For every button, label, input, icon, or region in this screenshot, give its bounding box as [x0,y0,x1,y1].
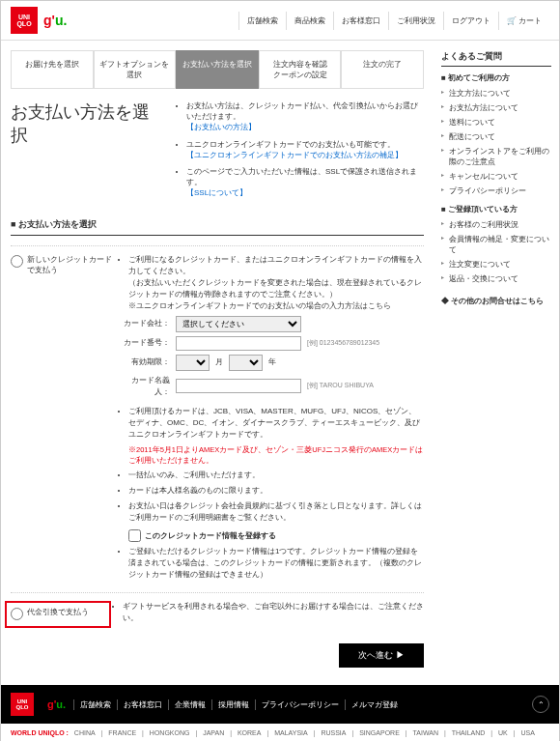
world-france[interactable]: FRANCE [104,729,140,736]
nav-2[interactable]: お客様窓口 [333,12,388,30]
giftcard-link[interactable]: ユニクロオンラインギフトカード [128,430,244,439]
nav-1[interactable]: 商品検索 [286,12,333,30]
footer-link-5[interactable]: メルマガ登録 [345,699,404,710]
select-exp-month[interactable] [176,355,210,371]
label-name: カード名義人： [117,375,170,398]
footer-uniqlo-logo[interactable]: UNIQLO [11,693,34,716]
faq-item[interactable]: 注文方法について [441,86,551,100]
faq-cat-1: ■ 初めてご利用の方 [441,72,551,83]
faq-item[interactable]: 注文変更について [441,257,551,271]
world-uk[interactable]: UK [494,729,512,736]
footer-link-2[interactable]: 企業情報 [168,699,211,710]
world-japan[interactable]: JAPAN [199,729,228,736]
world-hongkong[interactable]: HONGKONG [146,729,194,736]
header-nav: 店舗検索商品検索お客様窓口ご利用状況ログアウト🛒 カート [238,12,549,30]
faq-item[interactable]: 会員情報の補足・変更について [441,232,551,257]
pay-option-cod[interactable]: 代金引換で支払う [11,607,105,620]
cc-cards-note: ご利用頂けるカードは、JCB、VISA、MASTER、MUFG、UFJ、NICO… [128,406,424,441]
world-malaysia[interactable]: MALAYSIA [270,729,312,736]
world-russia[interactable]: RUSSIA [317,729,350,736]
faq-item[interactable]: 送料について [441,115,551,129]
faq-item[interactable]: キャンセルについて [441,169,551,184]
input-card-number[interactable] [176,336,301,351]
checkbox-save-card-label: このクレジットカード情報を登録する [145,530,276,542]
next-button[interactable]: 次へ進む ▶ [339,643,424,668]
hint-number: [例] 0123456789012345 [307,338,379,349]
section-header: ■ お支払い方法を選択 [11,214,424,236]
nav-3[interactable]: ご利用状況 [388,12,443,30]
cc-note-2: 一括払いのみ、ご利用いただけます。 [128,470,424,481]
label-number: カード番号： [117,337,170,349]
info-link-0[interactable]: 【お支払いの方法】 [186,123,256,131]
cc-intro-link[interactable]: こちら [368,301,391,310]
info-link-1[interactable]: 【ユニクロオンラインギフトカードでのお支払い方法の補足】 [186,151,403,159]
world-singapore[interactable]: SINGAPORE [355,729,404,736]
faq-other[interactable]: ◆ その他のお問合せはこちら [441,296,551,306]
pay-option-creditcard[interactable]: 新しいクレジットカードで支払う [11,254,117,585]
world-thailand[interactable]: THAILAND [448,729,490,736]
select-exp-year[interactable] [229,355,263,371]
footer-link-1[interactable]: お客様窓口 [117,699,168,710]
step-3: 注文内容を確認 クーポンの設定 [259,50,342,89]
cc-note-3: カードは本人様名義のものに限ります。 [128,485,424,497]
world-usa[interactable]: USA [518,729,539,736]
faq-cat-2: ■ ご登録頂いている方 [441,204,551,214]
checkbox-save-card[interactable] [128,529,141,542]
faq-item[interactable]: お客様のご利用状況 [441,217,551,232]
footer-links: 店舗検索お客様窓口企業情報採用情報プライバシーポリシーメルマガ登録 [73,699,404,710]
faq-list-2: お客様のご利用状況会員情報の補足・変更について注文変更について返品・交換について [441,217,551,286]
nav-0[interactable]: 店舗検索 [238,12,286,30]
info-list: お支払い方法は、クレジットカード払い、代金引換払いからお選びいただけます。【お支… [175,100,424,199]
faq-item[interactable]: プライバシーポリシー [441,184,551,198]
world-korea[interactable]: KOREA [234,729,266,736]
cc-warning: ※2011年5月1日よりAMEXカード及び、セゾン・三菱UFJニコス発行のAME… [128,444,424,467]
info-link-2[interactable]: 【SSLについて】 [186,188,247,197]
step-0: お届け先を選択 [11,50,94,89]
cod-note: ギフトサービスを利用される場合や、ご自宅以外にお届けする場合には、ご注意ください… [123,601,424,624]
select-card-company[interactable]: 選択してください [176,316,301,332]
input-card-name[interactable] [176,379,301,393]
step-4: 注文の完了 [341,50,424,89]
radio-cod[interactable] [11,608,23,620]
radio-creditcard-label: 新しいクレジットカードで支払う [27,254,117,275]
footer-link-0[interactable]: 店舗検索 [73,699,117,710]
footer-gu-logo[interactable]: g'u. [47,698,66,710]
cc-register-note: ご登録いただけるクレジットカード情報は1つです。クレジットカード情報の登録を済ま… [128,546,424,581]
checkout-steps: お届け先を選択ギフトオプションを選択お支払い方法を選択注文内容を確認 クーポンの… [11,50,424,89]
world-label: WORLD UNIQLO : [11,729,69,736]
gu-logo[interactable]: g'u. [43,13,67,28]
faq-title: よくあるご質問 [441,50,551,67]
faq-item[interactable]: オンラインストアをご利用の際のご注意点 [441,144,551,169]
footer-link-4[interactable]: プライバシーポリシー [255,699,345,710]
faq-item[interactable]: 配送について [441,129,551,144]
world-taiwan[interactable]: TAIWAN [409,729,442,736]
faq-item[interactable]: お支払方法について [441,100,551,115]
hint-name: [例] TAROU SHIBUYA [307,381,374,391]
label-company: カード会社： [117,318,170,329]
faq-list-1: 注文方法についてお支払方法について送料について配送についてオンラインストアをご利… [441,86,551,198]
footer-link-3[interactable]: 採用情報 [211,699,255,710]
step-1: ギフトオプションを選択 [94,50,177,89]
radio-creditcard[interactable] [11,255,23,268]
uniqlo-logo[interactable]: UNIQLO [11,7,38,34]
faq-item[interactable]: 返品・交換について [441,271,551,286]
label-exp: 有効期限： [117,356,170,368]
step-2: お支払い方法を選択 [176,50,259,89]
cc-note-4: お支払い日は各クレジット会社会員規約に基づく引き落とし日となります。詳しくはご利… [128,500,424,524]
page-title: お支払い方法を選択 [11,100,165,147]
world-china[interactable]: CHINA [70,729,99,736]
nav-5[interactable]: 🛒 カート [498,12,549,30]
nav-4[interactable]: ログアウト [443,12,498,30]
scroll-top-button[interactable]: ⌃ [532,696,549,713]
radio-cod-label: 代金引換で支払う [27,607,89,617]
